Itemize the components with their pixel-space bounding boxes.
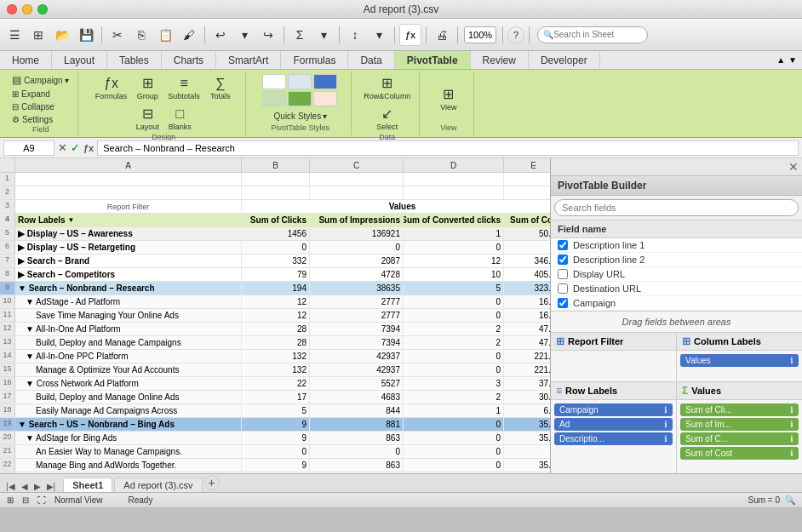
sheet-nav-prev[interactable]: ◀ <box>19 481 31 492</box>
ribbon-up-icon[interactable]: ▲ <box>776 55 785 65</box>
function-insert-icon[interactable]: ƒx <box>83 143 94 153</box>
area-item-values[interactable]: Values ℹ <box>680 354 799 367</box>
table-row[interactable]: 22 Manage Bing and AdWords Together. 9 8… <box>0 459 550 472</box>
style-box-3[interactable] <box>313 74 337 89</box>
field-item-desc1[interactable]: Description line 1 <box>551 238 802 253</box>
undo-button[interactable]: ↩ <box>209 24 232 46</box>
table-row[interactable]: 13 Build, Deploy and Manage Campaigns 28… <box>0 336 550 350</box>
field-item-dest-url[interactable]: Destination URL <box>551 282 802 296</box>
formula-input[interactable]: Search – Nonbrand – Research <box>97 140 799 156</box>
totals-button[interactable]: ∑ Totals <box>205 74 236 102</box>
area-item-sum-clicks[interactable]: Sum of Cli... ℹ <box>680 403 799 416</box>
collapse-button[interactable]: ⊟ Collapse <box>9 101 72 112</box>
pivot-search-input[interactable] <box>554 199 799 216</box>
table-row[interactable]: 16 ▼ Cross Network Ad Platform 22 5527 3… <box>0 377 550 391</box>
tab-tables[interactable]: Tables <box>107 51 162 69</box>
sheet-nav-next[interactable]: ▶ <box>32 481 43 492</box>
blanks-button[interactable]: □ Blanks <box>164 105 195 133</box>
quick-styles-button[interactable]: Quick Styles ▾ <box>271 110 331 123</box>
field-item-desc2[interactable]: Description line 2 <box>551 253 802 267</box>
field-cb-desc2[interactable] <box>558 255 568 265</box>
confirm-formula-icon[interactable]: ✓ <box>71 141 80 154</box>
table-row[interactable]: 19 ▼ Search – US – Nonbrand – Bing Ads 9… <box>0 418 550 432</box>
sort-button[interactable]: ↕ <box>344 24 366 46</box>
column-labels-items[interactable]: Values ℹ <box>677 351 802 381</box>
row-col-button[interactable]: ⊞ Row&Column <box>360 73 414 102</box>
template-button[interactable]: ⊞ <box>27 24 49 46</box>
table-row[interactable]: 6 ▶ Display – US – Retargeting 0 0 0 0 <box>0 241 550 255</box>
col-header-a[interactable]: A <box>15 158 242 172</box>
copy-button[interactable]: ⎘ <box>130 24 152 46</box>
tab-review[interactable]: Review <box>471 51 529 69</box>
paste-button[interactable]: 📋 <box>154 24 176 46</box>
table-row[interactable]: 10 ▼ AdStage - Ad Platform 12 2777 0 16.… <box>0 295 550 309</box>
expand-button[interactable]: ⊞ Expand <box>9 89 72 100</box>
tab-layout[interactable]: Layout <box>52 51 107 69</box>
minimize-button[interactable] <box>22 4 32 14</box>
style-box-6[interactable] <box>313 91 337 106</box>
tab-formulas[interactable]: Formulas <box>281 51 348 69</box>
pivot-close-button[interactable]: ✕ <box>787 160 800 174</box>
view-mode-3-icon[interactable]: ⛶ <box>37 495 46 505</box>
cut-button[interactable]: ✂ <box>106 24 129 46</box>
sort-dropdown[interactable]: ▾ <box>368 24 390 46</box>
zoom-box[interactable]: 100% <box>464 26 496 43</box>
table-row[interactable]: 11 Save Time Managing Your Online Ads 12… <box>0 309 550 323</box>
view-mode-button[interactable]: ⊞ View <box>433 84 464 113</box>
col-header-e[interactable]: E <box>504 158 550 172</box>
col-header-d[interactable]: D <box>404 158 504 172</box>
close-button[interactable] <box>7 4 17 14</box>
col-header-c[interactable]: C <box>310 158 404 172</box>
formulas-button[interactable]: ƒx Formulas <box>92 74 131 102</box>
redo-button[interactable]: ↪ <box>257 24 279 46</box>
style-box-4[interactable] <box>262 91 286 106</box>
table-row[interactable]: 12 ▼ All-In-One Ad Platform 28 7394 2 47… <box>0 323 550 336</box>
row-labels-items[interactable]: Campaign ℹ Ad ℹ Descriptio... ℹ <box>551 400 676 474</box>
area-item-description[interactable]: Descriptio... ℹ <box>554 432 673 445</box>
autosum-dropdown[interactable]: ▾ <box>312 24 335 46</box>
help-button[interactable]: ? <box>507 26 524 43</box>
subtotals-button[interactable]: ≡ Subtotals <box>164 74 203 102</box>
zoom-control[interactable]: 🔍 <box>785 495 795 505</box>
table-row[interactable]: 20 ▼ AdStage for Bing Ads 9 863 0 35.24 <box>0 432 550 445</box>
table-row[interactable]: 21 An Easier Way to Manage Campaigns. 0 … <box>0 445 550 459</box>
field-cb-dest-url[interactable] <box>558 283 568 294</box>
open-button[interactable]: 📂 <box>51 24 73 46</box>
view-mode-2-icon[interactable]: ⊟ <box>22 495 29 505</box>
campaign-dropdown[interactable]: ▤ Campaign ▾ <box>9 73 72 87</box>
col-header-b[interactable]: B <box>242 158 310 172</box>
area-item-sum-converted[interactable]: Sum of C... ℹ <box>680 432 799 445</box>
layout-button[interactable]: ⊟ Layout <box>132 104 163 133</box>
new-button[interactable]: ☰ <box>3 24 26 46</box>
tab-data[interactable]: Data <box>348 51 394 69</box>
view-mode-icon[interactable]: ⊞ <box>7 495 14 505</box>
table-row[interactable]: 7 ▶ Search – Brand 332 2087 12 346.85 <box>0 255 550 268</box>
tab-developer[interactable]: Developer <box>529 51 600 69</box>
table-row[interactable]: 5 ▶ Display – US – Awareness 1456 136921… <box>0 227 550 241</box>
style-box-2[interactable] <box>288 74 312 89</box>
area-item-ad[interactable]: Ad ℹ <box>554 418 673 431</box>
table-row[interactable]: 9 ▼ Search – Nonbrand – Research 194 386… <box>0 282 550 295</box>
area-item-sum-impressions[interactable]: Sum of Im... ℹ <box>680 418 799 431</box>
report-filter-items[interactable] <box>551 351 676 381</box>
undo-dropdown[interactable]: ▾ <box>233 24 255 46</box>
tab-smartart[interactable]: SmartArt <box>216 51 281 69</box>
settings-button[interactable]: ⚙ Settings <box>9 114 72 125</box>
group-button[interactable]: ⊞ Group <box>132 73 163 102</box>
function-button[interactable]: ƒx <box>399 24 421 46</box>
field-cb-desc1[interactable] <box>558 240 568 250</box>
sum-button[interactable]: Σ <box>289 24 311 46</box>
save-button[interactable]: 💾 <box>75 24 97 46</box>
sheet-nav-last[interactable]: ▶| <box>44 481 59 492</box>
field-cb-campaign[interactable] <box>558 298 568 308</box>
values-items[interactable]: Sum of Cli... ℹ Sum of Im... ℹ Sum of C.… <box>677 400 802 474</box>
add-sheet-button[interactable]: + <box>204 475 220 490</box>
sheet-tab-ad-report[interactable]: Ad report (3).csv <box>114 478 202 492</box>
search-input[interactable] <box>553 30 630 39</box>
table-row[interactable]: 18 Easily Manage Ad Campaigns Across 5 8… <box>0 404 550 418</box>
field-item-campaign[interactable]: Campaign <box>551 296 802 311</box>
area-item-sum-cost[interactable]: Sum of Cost ℹ <box>680 447 799 460</box>
print-button[interactable]: 🖨 <box>431 24 453 46</box>
field-cb-display-url[interactable] <box>558 269 568 279</box>
table-row[interactable]: 8 ▶ Search – Competitors 79 4728 10 405.… <box>0 268 550 282</box>
